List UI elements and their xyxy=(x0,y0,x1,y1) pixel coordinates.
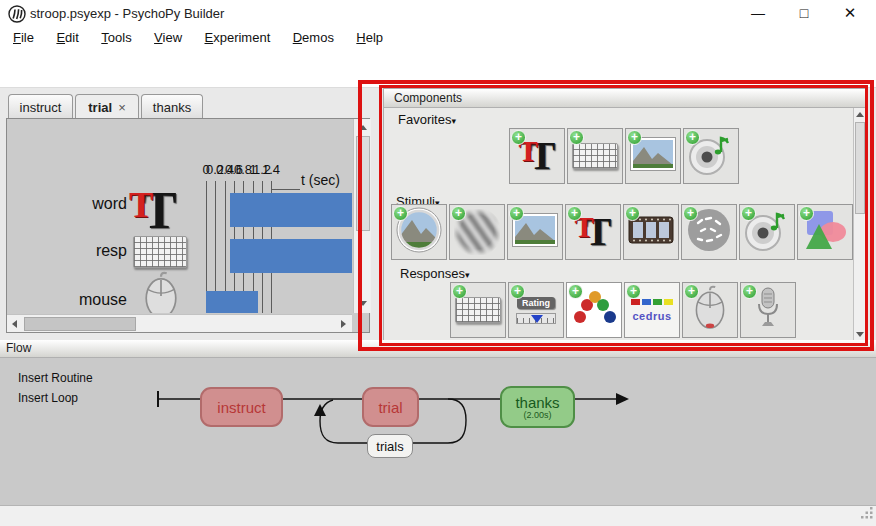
text-component-icon[interactable]: TT xyxy=(129,185,177,237)
row-label-word: word xyxy=(57,195,127,213)
routine-node-label: trial xyxy=(378,399,402,416)
add-icon: + xyxy=(799,206,814,221)
tab-label: trial xyxy=(88,96,112,119)
section-favorites[interactable]: Favorites▾ xyxy=(398,112,456,127)
component-sound[interactable]: + xyxy=(683,128,739,184)
minimize-button[interactable]: — xyxy=(736,0,780,28)
tab-instruct[interactable]: instruct xyxy=(8,94,73,119)
component-movie[interactable]: + xyxy=(623,204,679,260)
flow-routine-thanks[interactable]: thanks (2.00s) xyxy=(500,386,575,428)
flow-routine-instruct[interactable]: instruct xyxy=(200,387,283,427)
routine-timeline-content: 0 0.2 0.4 0.6 0.8 1 1.2 1.4 t (sec) word… xyxy=(7,119,352,313)
menubar: File Edit Tools View Experiment Demos He… xyxy=(0,28,876,48)
time-axis-label: t (sec) xyxy=(301,172,340,188)
keyboard-component-icon xyxy=(572,143,618,169)
flow-panel-title: Flow xyxy=(0,340,876,358)
resp-timeline-bar[interactable] xyxy=(230,239,352,273)
close-button[interactable]: ✕ xyxy=(828,0,872,28)
scroll-down-icon[interactable] xyxy=(359,301,367,306)
component-keyboard[interactable]: + xyxy=(567,128,623,184)
component-grating[interactable]: + xyxy=(449,204,505,260)
add-icon: + xyxy=(685,130,700,145)
scroll-up-icon[interactable] xyxy=(856,112,864,117)
menu-experiment[interactable]: Experiment xyxy=(196,28,280,47)
menu-edit[interactable]: Edit xyxy=(47,28,87,47)
cedrus-key-yellow xyxy=(664,299,673,305)
component-cedrus-box[interactable]: + cedrus xyxy=(624,282,680,338)
tab-thanks[interactable]: thanks xyxy=(141,94,203,119)
section-responses[interactable]: Responses▾ xyxy=(400,266,470,281)
components-panel-title: Components xyxy=(384,89,865,108)
cedrus-key-red xyxy=(631,299,640,305)
tick-label: 1.4 xyxy=(262,162,280,177)
component-rating-scale[interactable]: + Rating xyxy=(508,282,564,338)
routine-duration: (2.00s) xyxy=(523,410,551,420)
add-icon: + xyxy=(741,206,756,221)
resize-grip[interactable] xyxy=(860,505,873,523)
add-icon: + xyxy=(393,206,408,221)
tab-trial[interactable]: trial × xyxy=(75,94,139,119)
word-timeline-bar[interactable] xyxy=(230,193,352,227)
axis-line xyxy=(272,189,300,190)
component-dots[interactable]: + xyxy=(681,204,737,260)
tab-close-icon[interactable]: × xyxy=(118,96,126,119)
add-icon: + xyxy=(509,206,524,221)
scroll-down-icon[interactable] xyxy=(856,332,864,337)
cedrus-component-icon: cedrus xyxy=(631,299,673,322)
cedrus-label: cedrus xyxy=(632,310,671,322)
scrollbar-thumb[interactable] xyxy=(356,136,370,231)
component-image[interactable]: + xyxy=(507,204,563,260)
component-microphone[interactable]: + xyxy=(740,282,796,338)
component-text[interactable]: + TT xyxy=(565,204,621,260)
microphone-component-icon xyxy=(754,286,782,334)
keyboard-component-icon xyxy=(455,297,501,323)
add-icon: + xyxy=(451,206,466,221)
menu-demos[interactable]: Demos xyxy=(284,28,343,47)
add-icon: + xyxy=(510,284,525,299)
add-icon: + xyxy=(568,284,583,299)
component-aperture[interactable]: + xyxy=(391,204,447,260)
menu-tools[interactable]: Tools xyxy=(92,28,140,47)
scrollbar-thumb[interactable] xyxy=(855,122,865,214)
component-slider[interactable]: + xyxy=(566,282,622,338)
component-keyboard[interactable]: + xyxy=(450,282,506,338)
flow-routine-trial[interactable]: trial xyxy=(362,387,419,427)
component-sound[interactable]: + xyxy=(739,204,795,260)
component-image[interactable]: + xyxy=(625,128,681,184)
add-icon: + xyxy=(511,130,526,145)
component-polygon[interactable]: + xyxy=(797,204,853,260)
menu-file[interactable]: File xyxy=(4,28,43,47)
add-icon: + xyxy=(627,130,642,145)
scroll-up-icon[interactable] xyxy=(359,125,367,130)
row-label-resp: resp xyxy=(57,242,127,260)
scroll-right-icon[interactable] xyxy=(341,320,346,328)
scrollbar-thumb[interactable] xyxy=(24,317,136,331)
rating-tag-label: Rating xyxy=(517,297,555,309)
letter-t-red: T xyxy=(129,185,153,225)
tab-label: thanks xyxy=(153,96,191,119)
flow-loop-trials[interactable]: trials xyxy=(367,434,413,458)
routine-horizontal-scrollbar[interactable] xyxy=(7,314,352,332)
rating-pointer-icon xyxy=(531,315,543,323)
component-text[interactable]: + TT xyxy=(509,128,565,184)
add-icon: + xyxy=(684,284,699,299)
statusbar xyxy=(0,505,876,526)
keyboard-component-icon[interactable] xyxy=(133,236,187,268)
routine-node-label: thanks xyxy=(515,394,559,411)
psychopy-logo-icon xyxy=(8,5,26,23)
row-label-mouse: mouse xyxy=(57,291,127,309)
menu-help[interactable]: Help xyxy=(347,28,392,47)
add-icon: + xyxy=(567,206,582,221)
scroll-left-icon[interactable] xyxy=(12,320,17,328)
cedrus-key-blue xyxy=(642,299,651,305)
components-scrollbar[interactable] xyxy=(853,108,866,343)
maximize-button[interactable]: □ xyxy=(782,0,826,28)
flow-diagram xyxy=(0,358,876,505)
add-icon: + xyxy=(742,284,757,299)
mouse-component-icon[interactable] xyxy=(141,271,181,313)
add-icon: + xyxy=(625,206,640,221)
menu-view[interactable]: View xyxy=(145,28,191,47)
mouse-timeline-bar[interactable] xyxy=(206,291,258,313)
routine-vertical-scrollbar[interactable] xyxy=(353,119,371,313)
component-mouse[interactable]: + xyxy=(682,282,738,338)
